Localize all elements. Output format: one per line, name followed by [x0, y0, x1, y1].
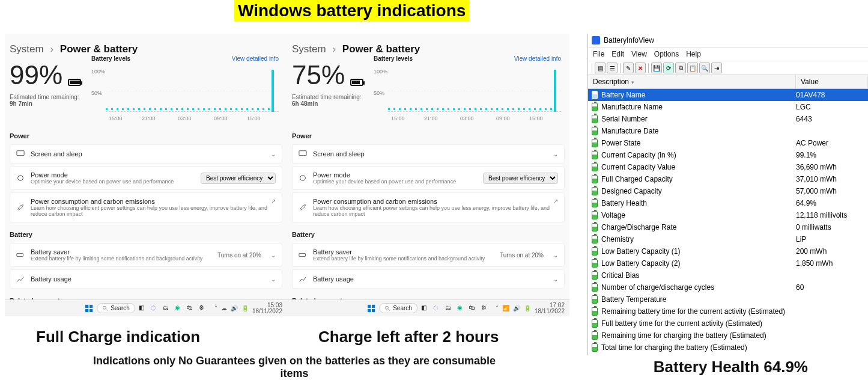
- start-icon[interactable]: [85, 304, 93, 313]
- table-row[interactable]: Voltage12,118 millivolts: [588, 209, 868, 221]
- settings-icon[interactable]: ⚙: [481, 304, 490, 313]
- battery-status-icon: [592, 151, 598, 159]
- tool-copy-icon[interactable]: ⧉: [675, 63, 686, 73]
- battery-usage-card[interactable]: Battery usage ⌄: [292, 269, 565, 289]
- settings-icon[interactable]: ⚙: [199, 304, 207, 313]
- col-description[interactable]: Description▾: [588, 75, 796, 88]
- menu-help[interactable]: Help: [686, 50, 701, 58]
- table-row[interactable]: Number of charge/discharge cycles60: [588, 281, 868, 293]
- titlebar[interactable]: BatteryInfoView: [588, 34, 868, 47]
- power-mode-select[interactable]: Best power efficiency: [201, 173, 276, 184]
- speaker-icon[interactable]: 🔊: [513, 305, 520, 311]
- tool-list-icon[interactable]: ▤: [595, 63, 605, 73]
- menu-file[interactable]: File: [593, 50, 604, 58]
- y-axis-100: 100%: [91, 69, 105, 75]
- table-row[interactable]: Remaining time for charging the battery …: [588, 329, 868, 342]
- view-detailed-link[interactable]: View detailed info: [514, 55, 561, 62]
- tool-find-icon[interactable]: 🔍: [699, 63, 710, 73]
- tool-exit-icon[interactable]: ⇥: [711, 63, 722, 73]
- row-value: 200 mWh: [796, 247, 868, 256]
- grid-rows[interactable]: Battery Name01AV478Manufacture NameLGCSe…: [588, 89, 868, 354]
- grid-header[interactable]: Description▾ Value: [588, 75, 868, 89]
- battery-tray-icon[interactable]: 🔋: [241, 305, 249, 311]
- table-row[interactable]: Total time for charging the battery (Est…: [588, 342, 868, 354]
- tool-paste-icon[interactable]: 📋: [687, 63, 698, 73]
- wifi-icon[interactable]: 📶: [502, 305, 509, 311]
- cloud-icon[interactable]: ☁: [221, 305, 227, 311]
- battery-status-icon: [592, 103, 598, 111]
- battery-saver-threshold: Turns on at 20%: [217, 252, 261, 259]
- table-row[interactable]: ChemistryLiP: [588, 233, 868, 245]
- breadcrumb-power-battery: Power & battery: [60, 43, 138, 55]
- taskview-icon[interactable]: ◧: [421, 304, 429, 313]
- table-row[interactable]: Full Charged Capacity37,010 mWh: [588, 173, 868, 185]
- tray-chevron-icon[interactable]: ˄: [496, 305, 499, 311]
- menubar[interactable]: File Edit View Options Help: [588, 47, 868, 61]
- tool-detail-icon[interactable]: ☰: [607, 63, 618, 73]
- x-tick: 15:00: [109, 115, 123, 121]
- screen-and-sleep-card[interactable]: Screen and sleep ⌄: [292, 144, 565, 164]
- tool-delete-icon[interactable]: ✕: [635, 63, 646, 73]
- row-description: Remaining time for charging the battery …: [601, 331, 796, 340]
- power-mode-card[interactable]: Power modeOptimise your device based on …: [10, 166, 282, 190]
- table-row[interactable]: Current Capacity Value36,690 mWh: [588, 161, 868, 173]
- table-row[interactable]: Charge/Discharge Rate0 milliwatts: [588, 221, 868, 233]
- table-row[interactable]: Battery Health64.9%: [588, 197, 868, 209]
- external-link-icon[interactable]: ↗: [271, 198, 276, 204]
- table-row[interactable]: Power StateAC Power: [588, 137, 868, 149]
- table-row[interactable]: Serial Number6443: [588, 113, 868, 125]
- table-row[interactable]: Full battery time for the current activi…: [588, 317, 868, 329]
- table-row[interactable]: Manufacture NameLGC: [588, 101, 868, 113]
- explorer-icon[interactable]: 🗂: [445, 304, 454, 313]
- taskbar[interactable]: Search ◧ ◌ 🗂 ◉ 🛍 ⚙ ˄ ☁ 🔊 🔋 15:03 18/11/2…: [5, 299, 287, 316]
- menu-edit[interactable]: Edit: [612, 50, 624, 58]
- svg-rect-15: [372, 308, 375, 311]
- speaker-icon[interactable]: 🔊: [231, 305, 238, 311]
- table-row[interactable]: Current Capacity (in %)99.1%: [588, 149, 868, 161]
- chat-icon[interactable]: ◌: [433, 304, 442, 313]
- taskbar[interactable]: Search ◧ ◌ 🗂 ◉ 🛍 ⚙ ˄ 📶 🔊 🔋 17:02 18/11/2…: [287, 299, 569, 316]
- battery-usage-card[interactable]: Battery usage ⌄: [10, 269, 282, 289]
- menu-view[interactable]: View: [631, 50, 647, 58]
- tool-refresh-icon[interactable]: ⟳: [663, 63, 674, 73]
- chat-icon[interactable]: ◌: [151, 304, 159, 313]
- row-value: 1,850 mWh: [796, 259, 868, 268]
- table-row[interactable]: Battery Name01AV478: [588, 89, 868, 101]
- power-consumption-card[interactable]: Power consumption and carbon emissionsLe…: [10, 192, 282, 222]
- table-row[interactable]: Remaining battery time for the current a…: [588, 305, 868, 317]
- external-link-icon[interactable]: ↗: [553, 198, 558, 204]
- view-detailed-link[interactable]: View detailed info: [232, 55, 279, 62]
- edge-icon[interactable]: ◉: [175, 304, 183, 313]
- taskview-icon[interactable]: ◧: [139, 304, 147, 313]
- power-consumption-card[interactable]: Power consumption and carbon emissionsLe…: [292, 192, 565, 222]
- table-row[interactable]: Critical Bias: [588, 269, 868, 281]
- edge-icon[interactable]: ◉: [457, 304, 466, 313]
- table-row[interactable]: Designed Capacity57,000 mWh: [588, 185, 868, 197]
- battery-saver-card[interactable]: Battery saverExtend battery life by limi…: [10, 243, 282, 267]
- battery-tray-icon[interactable]: 🔋: [524, 305, 531, 311]
- menu-options[interactable]: Options: [654, 50, 679, 58]
- table-row[interactable]: Low Battery Capacity (1)200 mWh: [588, 245, 868, 257]
- power-section-label: Power: [287, 126, 569, 142]
- store-icon[interactable]: 🛍: [187, 304, 195, 313]
- breadcrumb-system[interactable]: System: [292, 43, 326, 55]
- col-value[interactable]: Value: [796, 75, 868, 88]
- battery-saver-card[interactable]: Battery saverExtend battery life by limi…: [292, 243, 565, 267]
- explorer-icon[interactable]: 🗂: [163, 304, 171, 313]
- table-row[interactable]: Battery Temperature: [588, 293, 868, 305]
- toolbar[interactable]: ▤ ☰ ✎ ✕ 💾 ⟳ ⧉ 📋 🔍 ⇥: [588, 61, 868, 75]
- search-pill[interactable]: Search: [379, 303, 417, 313]
- tool-save-icon[interactable]: 💾: [651, 63, 662, 73]
- store-icon[interactable]: 🛍: [469, 304, 478, 313]
- search-pill[interactable]: Search: [97, 303, 135, 313]
- power-mode-select[interactable]: Best power efficiency: [483, 173, 558, 184]
- screen-and-sleep-card[interactable]: Screen and sleep ⌄: [10, 144, 282, 164]
- power-mode-card[interactable]: Power modeOptimise your device based on …: [292, 166, 565, 190]
- table-row[interactable]: Low Battery Capacity (2)1,850 mWh: [588, 257, 868, 269]
- breadcrumb-system[interactable]: System: [10, 43, 44, 55]
- table-row[interactable]: Manufacture Date: [588, 125, 868, 137]
- tool-props-icon[interactable]: ✎: [623, 63, 634, 73]
- battery-saver-threshold: Turns on at 20%: [500, 252, 544, 259]
- tray-chevron-icon[interactable]: ˄: [214, 305, 217, 311]
- start-icon[interactable]: [367, 304, 375, 313]
